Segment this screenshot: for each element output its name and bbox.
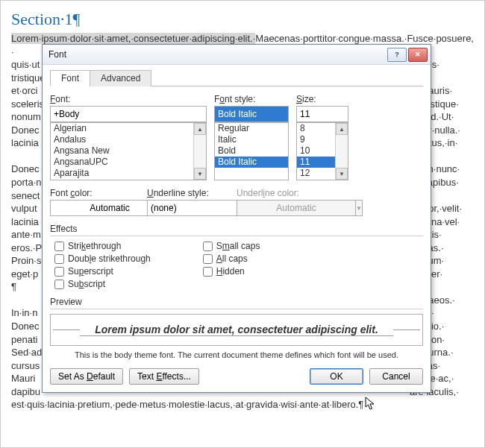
tab-font[interactable]: Font [50,70,90,86]
list-item[interactable]: Aparajita [51,168,194,179]
list-item[interactable]: 8 [297,123,336,134]
size-label: Size: [296,94,348,104]
scrollbar[interactable]: ▲▼ [193,123,206,180]
underlinecolor-combo: ▼ [237,200,326,216]
underlinecolor-value [237,200,356,216]
list-item[interactable]: 9 [297,134,336,145]
close-button[interactable]: ✕ [408,48,428,62]
preview-text: Lorem ipsum dolor sit amet, consectetuer… [80,324,393,336]
fontcolor-combo[interactable]: ▼ [50,200,140,216]
list-item[interactable]: 12 [297,168,336,179]
list-item[interactable]: Regular [215,123,288,134]
list-item[interactable]: 10 [297,145,336,157]
document-page: Section·1¶ Lorem·ipsum·dolor·sit·amet,·c… [0,0,485,448]
set-as-default-button[interactable]: Set As Default [50,368,123,385]
font-listbox[interactable]: Algerian Andalus Angsana New AngsanaUPC … [50,122,207,180]
check-hidden[interactable]: Hidden [203,266,260,277]
check-small-caps[interactable]: Small caps [203,241,260,251]
size-listbox[interactable]: 8 9 10 11 12 ▲▼ [296,122,348,180]
preview-label: Preview [50,297,423,307]
font-input[interactable] [50,106,207,122]
fontstyle-label: Font style: [214,94,289,104]
effects-group: Strikethrough Double strikethrough Super… [50,241,423,289]
ok-button[interactable]: OK [310,368,363,385]
list-item[interactable]: Bold [215,145,288,157]
check-double-strikethrough[interactable]: Double strikethrough [54,253,151,264]
fontstyle-input[interactable] [214,106,289,122]
help-button[interactable]: ? [387,48,407,62]
selected-text: Lorem·ipsum·dolor·sit·amet,·consectetuer… [11,33,255,44]
font-label: Font: [50,94,207,104]
list-item[interactable]: AngsanaUPC [51,157,194,168]
check-all-caps[interactable]: All caps [203,253,260,264]
preview-hint: This is the body theme font. The current… [50,350,423,359]
underlinecolor-label: Underline color: [237,188,326,198]
list-item[interactable]: Italic [215,134,288,145]
list-item[interactable]: Angsana New [51,145,194,157]
check-strikethrough[interactable]: Strikethrough [54,241,151,251]
tab-advanced[interactable]: Advanced [90,70,151,86]
dialog-titlebar[interactable]: Font ? ✕ [43,45,431,65]
chevron-down-icon: ▼ [356,200,363,216]
text-effects-button[interactable]: Text Effects... [129,368,199,385]
font-dialog: Font ? ✕ Font Advanced Font: Algerian An… [42,44,431,393]
check-subscript[interactable]: Subscript [54,279,151,289]
underlinestyle-combo[interactable]: ▼ [147,200,229,216]
scrollbar[interactable]: ▲▼ [335,123,348,180]
list-item[interactable]: 11 [297,157,336,168]
dialog-tabs: Font Advanced [50,69,423,86]
size-input[interactable] [296,106,348,122]
list-item[interactable]: Bold Italic [215,157,288,168]
cancel-button[interactable]: Cancel [369,368,423,385]
doc-heading: Section·1¶ [11,10,474,29]
fontstyle-listbox[interactable]: Regular Italic Bold Bold Italic [214,122,289,180]
fontcolor-label: Font color: [50,188,140,198]
list-item[interactable]: Andalus [51,134,194,145]
underlinestyle-label: Underline style: [147,188,229,198]
effects-label: Effects [50,224,423,234]
check-superscript[interactable]: Superscript [54,266,151,277]
preview-box: Lorem ipsum dolor sit amet, consectetuer… [50,314,423,346]
dialog-title: Font [48,49,386,60]
list-item[interactable]: Algerian [51,123,194,134]
